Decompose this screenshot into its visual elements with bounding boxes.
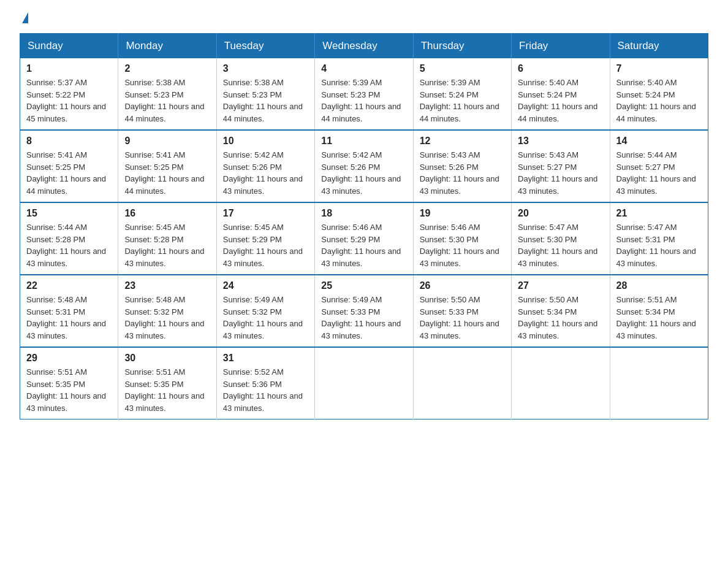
empty-cell — [610, 347, 708, 419]
day-info: Sunrise: 5:39 AMSunset: 5:24 PMDaylight:… — [420, 77, 505, 124]
week-row-0: 1Sunrise: 5:37 AMSunset: 5:22 PMDaylight… — [20, 58, 708, 130]
day-cell-28: 28Sunrise: 5:51 AMSunset: 5:34 PMDayligh… — [610, 275, 708, 347]
day-info: Sunrise: 5:48 AMSunset: 5:31 PMDaylight:… — [26, 294, 112, 342]
day-number: 13 — [518, 136, 603, 147]
day-info: Sunrise: 5:51 AMSunset: 5:35 PMDaylight:… — [26, 366, 112, 414]
day-cell-13: 13Sunrise: 5:43 AMSunset: 5:27 PMDayligh… — [512, 130, 610, 202]
day-cell-14: 14Sunrise: 5:44 AMSunset: 5:27 PMDayligh… — [610, 130, 708, 202]
day-info: Sunrise: 5:48 AMSunset: 5:32 PMDaylight:… — [124, 294, 210, 342]
day-info: Sunrise: 5:47 AMSunset: 5:31 PMDaylight:… — [616, 221, 702, 269]
day-cell-17: 17Sunrise: 5:45 AMSunset: 5:29 PMDayligh… — [216, 202, 314, 275]
day-info: Sunrise: 5:51 AMSunset: 5:35 PMDaylight:… — [124, 366, 210, 414]
day-cell-16: 16Sunrise: 5:45 AMSunset: 5:28 PMDayligh… — [118, 202, 216, 275]
weekday-header-tuesday: Tuesday — [216, 34, 314, 59]
day-info: Sunrise: 5:49 AMSunset: 5:32 PMDaylight:… — [223, 294, 308, 342]
day-info: Sunrise: 5:52 AMSunset: 5:36 PMDaylight:… — [223, 366, 308, 414]
day-number: 8 — [26, 136, 112, 147]
day-number: 22 — [26, 280, 112, 291]
day-number: 26 — [420, 280, 505, 291]
day-number: 21 — [616, 208, 702, 219]
day-info: Sunrise: 5:50 AMSunset: 5:34 PMDaylight:… — [518, 294, 603, 342]
day-info: Sunrise: 5:40 AMSunset: 5:24 PMDaylight:… — [518, 77, 603, 124]
page-header — [20, 15, 708, 23]
week-row-4: 29Sunrise: 5:51 AMSunset: 5:35 PMDayligh… — [20, 347, 708, 419]
day-cell-8: 8Sunrise: 5:41 AMSunset: 5:25 PMDaylight… — [20, 130, 118, 202]
day-number: 4 — [321, 63, 406, 74]
day-number: 15 — [26, 208, 112, 219]
day-cell-27: 27Sunrise: 5:50 AMSunset: 5:34 PMDayligh… — [512, 275, 610, 347]
weekday-header-wednesday: Wednesday — [315, 34, 413, 59]
day-cell-5: 5Sunrise: 5:39 AMSunset: 5:24 PMDaylight… — [413, 58, 511, 130]
day-number: 30 — [124, 353, 210, 364]
day-number: 11 — [321, 136, 406, 147]
day-cell-18: 18Sunrise: 5:46 AMSunset: 5:29 PMDayligh… — [315, 202, 413, 275]
day-cell-26: 26Sunrise: 5:50 AMSunset: 5:33 PMDayligh… — [413, 275, 511, 347]
day-info: Sunrise: 5:46 AMSunset: 5:29 PMDaylight:… — [321, 221, 406, 269]
day-info: Sunrise: 5:45 AMSunset: 5:28 PMDaylight:… — [124, 221, 210, 269]
day-info: Sunrise: 5:41 AMSunset: 5:25 PMDaylight:… — [26, 149, 112, 197]
day-info: Sunrise: 5:41 AMSunset: 5:25 PMDaylight:… — [124, 149, 210, 197]
day-info: Sunrise: 5:38 AMSunset: 5:23 PMDaylight:… — [124, 77, 210, 124]
day-cell-24: 24Sunrise: 5:49 AMSunset: 5:32 PMDayligh… — [216, 275, 314, 347]
day-cell-22: 22Sunrise: 5:48 AMSunset: 5:31 PMDayligh… — [20, 275, 118, 347]
day-cell-15: 15Sunrise: 5:44 AMSunset: 5:28 PMDayligh… — [20, 202, 118, 275]
day-info: Sunrise: 5:43 AMSunset: 5:26 PMDaylight:… — [420, 149, 505, 197]
day-info: Sunrise: 5:42 AMSunset: 5:26 PMDaylight:… — [321, 149, 406, 197]
weekday-header-sunday: Sunday — [20, 34, 118, 59]
day-cell-4: 4Sunrise: 5:39 AMSunset: 5:23 PMDaylight… — [315, 58, 413, 130]
day-info: Sunrise: 5:37 AMSunset: 5:22 PMDaylight:… — [26, 77, 112, 124]
week-row-1: 8Sunrise: 5:41 AMSunset: 5:25 PMDaylight… — [20, 130, 708, 202]
empty-cell — [413, 347, 511, 419]
day-cell-12: 12Sunrise: 5:43 AMSunset: 5:26 PMDayligh… — [413, 130, 511, 202]
day-info: Sunrise: 5:46 AMSunset: 5:30 PMDaylight:… — [420, 221, 505, 269]
day-number: 10 — [223, 136, 308, 147]
day-number: 25 — [321, 280, 406, 291]
day-number: 23 — [124, 280, 210, 291]
day-number: 24 — [223, 280, 308, 291]
day-info: Sunrise: 5:44 AMSunset: 5:27 PMDaylight:… — [616, 149, 702, 197]
day-number: 28 — [616, 280, 702, 291]
day-cell-10: 10Sunrise: 5:42 AMSunset: 5:26 PMDayligh… — [216, 130, 314, 202]
day-cell-21: 21Sunrise: 5:47 AMSunset: 5:31 PMDayligh… — [610, 202, 708, 275]
day-number: 18 — [321, 208, 406, 219]
logo — [20, 15, 28, 23]
weekday-header-row: SundayMondayTuesdayWednesdayThursdayFrid… — [20, 34, 708, 59]
weekday-header-saturday: Saturday — [610, 34, 708, 59]
day-cell-2: 2Sunrise: 5:38 AMSunset: 5:23 PMDaylight… — [118, 58, 216, 130]
weekday-header-friday: Friday — [512, 34, 610, 59]
week-row-2: 15Sunrise: 5:44 AMSunset: 5:28 PMDayligh… — [20, 202, 708, 275]
day-number: 20 — [518, 208, 603, 219]
day-info: Sunrise: 5:44 AMSunset: 5:28 PMDaylight:… — [26, 221, 112, 269]
day-cell-29: 29Sunrise: 5:51 AMSunset: 5:35 PMDayligh… — [20, 347, 118, 419]
day-cell-23: 23Sunrise: 5:48 AMSunset: 5:32 PMDayligh… — [118, 275, 216, 347]
day-cell-3: 3Sunrise: 5:38 AMSunset: 5:23 PMDaylight… — [216, 58, 314, 130]
day-number: 1 — [26, 63, 112, 74]
day-info: Sunrise: 5:51 AMSunset: 5:34 PMDaylight:… — [616, 294, 702, 342]
weekday-header-thursday: Thursday — [413, 34, 511, 59]
day-number: 17 — [223, 208, 308, 219]
day-number: 16 — [124, 208, 210, 219]
day-number: 29 — [26, 353, 112, 364]
empty-cell — [512, 347, 610, 419]
day-info: Sunrise: 5:42 AMSunset: 5:26 PMDaylight:… — [223, 149, 308, 197]
day-cell-20: 20Sunrise: 5:47 AMSunset: 5:30 PMDayligh… — [512, 202, 610, 275]
day-number: 27 — [518, 280, 603, 291]
day-number: 9 — [124, 136, 210, 147]
day-cell-6: 6Sunrise: 5:40 AMSunset: 5:24 PMDaylight… — [512, 58, 610, 130]
weekday-header-monday: Monday — [118, 34, 216, 59]
day-cell-9: 9Sunrise: 5:41 AMSunset: 5:25 PMDaylight… — [118, 130, 216, 202]
empty-cell — [315, 347, 413, 419]
day-info: Sunrise: 5:40 AMSunset: 5:24 PMDaylight:… — [616, 77, 702, 124]
day-number: 14 — [616, 136, 702, 147]
week-row-3: 22Sunrise: 5:48 AMSunset: 5:31 PMDayligh… — [20, 275, 708, 347]
logo-triangle-icon — [22, 12, 28, 23]
day-info: Sunrise: 5:38 AMSunset: 5:23 PMDaylight:… — [223, 77, 308, 124]
day-cell-7: 7Sunrise: 5:40 AMSunset: 5:24 PMDaylight… — [610, 58, 708, 130]
day-cell-30: 30Sunrise: 5:51 AMSunset: 5:35 PMDayligh… — [118, 347, 216, 419]
day-number: 5 — [420, 63, 505, 74]
day-cell-19: 19Sunrise: 5:46 AMSunset: 5:30 PMDayligh… — [413, 202, 511, 275]
day-info: Sunrise: 5:49 AMSunset: 5:33 PMDaylight:… — [321, 294, 406, 342]
calendar-table: SundayMondayTuesdayWednesdayThursdayFrid… — [20, 33, 708, 419]
day-cell-31: 31Sunrise: 5:52 AMSunset: 5:36 PMDayligh… — [216, 347, 314, 419]
day-cell-25: 25Sunrise: 5:49 AMSunset: 5:33 PMDayligh… — [315, 275, 413, 347]
